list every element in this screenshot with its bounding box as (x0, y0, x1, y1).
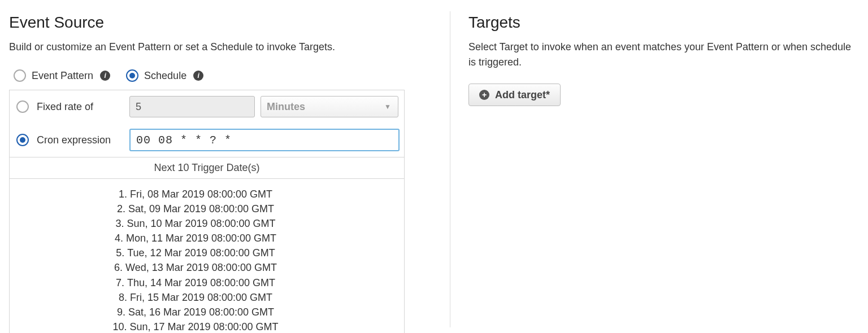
cron-radio[interactable] (16, 134, 29, 146)
cron-label: Cron expression (37, 134, 121, 146)
vertical-divider (450, 11, 450, 327)
trigger-date-item: Sat, 09 Mar 2019 08:00:00 GMT (10, 201, 381, 216)
info-icon[interactable]: i (100, 71, 110, 81)
trigger-date-item: Thu, 14 Mar 2019 08:00:00 GMT (10, 275, 381, 290)
trigger-date-item: Sun, 10 Mar 2019 08:00:00 GMT (10, 216, 381, 231)
schedule-config-box: Fixed rate of Minutes ▼ Cron expression (9, 90, 405, 333)
cron-row: Cron expression (10, 123, 404, 157)
add-target-button-label: Add target* (495, 89, 550, 101)
targets-description: Select Target to invoke when an event ma… (468, 40, 859, 70)
chevron-down-icon: ▼ (384, 103, 391, 111)
fixed-rate-unit-select[interactable]: Minutes ▼ (261, 96, 398, 117)
add-target-button[interactable]: + Add target* (468, 84, 561, 106)
fixed-rate-radio[interactable] (16, 100, 29, 113)
fixed-rate-value-input[interactable] (129, 96, 255, 117)
plus-circle-icon: + (479, 90, 489, 100)
info-icon[interactable]: i (193, 71, 203, 81)
event-source-title: Event Source (9, 14, 427, 32)
targets-title: Targets (468, 14, 859, 32)
event-source-description: Build or customize an Event Pattern or s… (9, 40, 427, 55)
trigger-date-item: Tue, 12 Mar 2019 08:00:00 GMT (10, 246, 381, 260)
trigger-date-item: Wed, 13 Mar 2019 08:00:00 GMT (10, 260, 381, 275)
trigger-dates-list: Fri, 08 Mar 2019 08:00:00 GMTSat, 09 Mar… (10, 187, 404, 333)
trigger-date-item: Sun, 17 Mar 2019 08:00:00 GMT (10, 319, 381, 333)
trigger-date-item: Fri, 15 Mar 2019 08:00:00 GMT (10, 290, 381, 305)
trigger-date-item: Sat, 16 Mar 2019 08:00:00 GMT (10, 305, 381, 319)
trigger-dates-header: Next 10 Trigger Date(s) (10, 157, 404, 179)
mode-schedule-radio[interactable]: Schedule i (126, 69, 203, 82)
fixed-rate-row: Fixed rate of Minutes ▼ (10, 90, 404, 123)
radio-icon (126, 69, 138, 82)
fixed-rate-label: Fixed rate of (37, 101, 121, 113)
radio-icon (14, 69, 26, 82)
mode-schedule-label: Schedule (144, 70, 186, 82)
fixed-rate-unit-selected: Minutes (267, 101, 305, 113)
cron-expression-input[interactable] (129, 129, 400, 151)
source-mode-radio-group: Event Pattern i Schedule i (9, 68, 427, 90)
trigger-date-item: Mon, 11 Mar 2019 08:00:00 GMT (10, 231, 381, 246)
mode-event-pattern-label: Event Pattern (32, 70, 93, 82)
trigger-date-item: Fri, 08 Mar 2019 08:00:00 GMT (10, 187, 381, 201)
mode-event-pattern-radio[interactable]: Event Pattern i (14, 69, 110, 82)
